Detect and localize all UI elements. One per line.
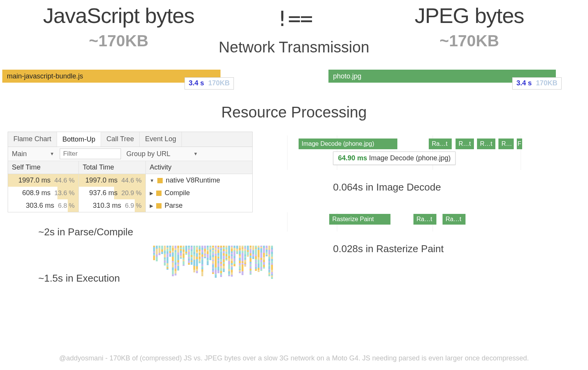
- size-left: ~170KB: [27, 32, 211, 50]
- tooltip-label: Image Decode (phone.jpg): [369, 154, 451, 162]
- jpg-bar-time: 3.4 s: [516, 79, 532, 87]
- not-equal: !==: [237, 6, 351, 31]
- col-self-time[interactable]: Self Time: [8, 161, 79, 174]
- raster-chip: R…t: [477, 139, 495, 149]
- tab-bottom-up[interactable]: Bottom-Up: [57, 132, 101, 147]
- bottom-up-table: Self Time Total Time Activity 1997.0 ms4…: [8, 161, 253, 212]
- tab-event-log[interactable]: Event Log: [140, 132, 182, 147]
- caption-raster: 0.028s in Rasterize Paint: [287, 243, 580, 255]
- thread-dropdown[interactable]: Main ▼: [10, 149, 56, 159]
- jpg-bar-badge: 3.4 s 170KB: [512, 77, 562, 90]
- footer-attribution: @addyosmani - 170KB of (compressed) JS v…: [0, 354, 588, 362]
- caret-icon: ▼: [193, 151, 198, 156]
- title-left: JavaScript bytes: [27, 3, 211, 28]
- decode-timeline: Image Decode (phone.jpg) Ra…t R…t R…t R……: [287, 135, 580, 170]
- devtools-tabs: Flame Chart Bottom-Up Call Tree Event Lo…: [8, 132, 253, 147]
- raster-chip: Ra…t: [413, 214, 436, 225]
- raster-chip: R…t: [456, 139, 474, 149]
- decode-tooltip: 64.90 ms Image Decode (phone.jpg): [333, 152, 456, 165]
- raster-timeline: Rasterize Paint Ra…t Ra…t: [287, 212, 580, 231]
- table-row[interactable]: 1997.0 ms44.6 %1997.0 ms44.6 %▼native V8…: [8, 174, 252, 187]
- raster-chip: R…: [498, 139, 514, 149]
- raster-chip: F: [517, 139, 522, 149]
- js-bar-badge: 3.4 s 170KB: [185, 77, 234, 90]
- decode-chip: Image Decode (phone.jpg): [299, 139, 397, 149]
- caption-parse: ~2s in Parse/Compile: [8, 226, 253, 238]
- col-activity[interactable]: Activity: [146, 161, 252, 174]
- thread-label: Main: [12, 150, 27, 158]
- table-row[interactable]: 303.6 ms6.8 %310.3 ms6.9 %▶Parse: [8, 199, 252, 212]
- groupby-dropdown[interactable]: Group by URL ▼: [125, 149, 199, 159]
- tab-flame-chart[interactable]: Flame Chart: [8, 132, 57, 147]
- tooltip-ms: 64.90 ms: [338, 154, 367, 162]
- raster-chip: Ra…t: [429, 139, 452, 149]
- section-processing: Resource Processing: [0, 104, 588, 121]
- caption-decode: 0.064s in Image Decode: [287, 181, 580, 193]
- groupby-label: Group by URL: [126, 150, 170, 158]
- raster-paint-chip: Rasterize Paint: [329, 214, 390, 225]
- js-bar-size: 170KB: [208, 79, 230, 87]
- jpg-bar-size: 170KB: [536, 79, 557, 87]
- size-right: ~170KB: [377, 32, 561, 50]
- caret-icon: ▼: [50, 151, 54, 156]
- col-total-time[interactable]: Total Time: [79, 161, 146, 174]
- tab-call-tree[interactable]: Call Tree: [101, 132, 140, 147]
- title-right: JPEG bytes: [377, 3, 561, 28]
- flame-chart-icon: [153, 246, 253, 295]
- raster-chip: Ra…t: [443, 214, 466, 225]
- table-row[interactable]: 608.9 ms13.6 %937.6 ms20.9 %▶Compile: [8, 187, 252, 199]
- js-bar-time: 3.4 s: [189, 79, 204, 87]
- filter-input[interactable]: [60, 148, 121, 159]
